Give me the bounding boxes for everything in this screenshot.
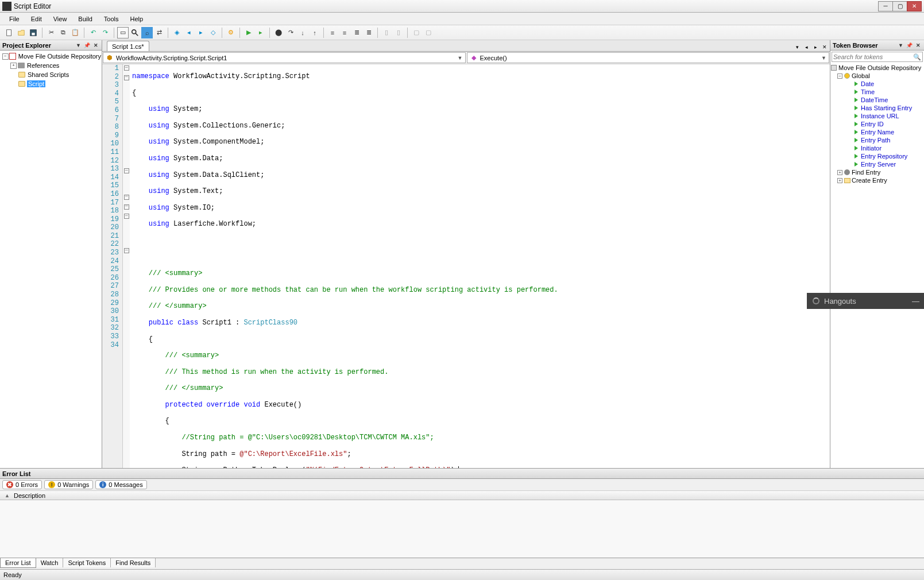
editor-tabbar: Script 1.cs* ▾ ◂ ▸ ✕ (102, 40, 830, 52)
tree-script[interactable]: Script (0, 79, 102, 88)
breakpoint-icon[interactable]: ⬤ (273, 27, 284, 38)
list-icon[interactable]: ≣ (351, 27, 362, 38)
namespace-dropdown[interactable]: ⬢ WorkflowActivity.Scripting.Script.Scri… (103, 52, 466, 63)
find-icon[interactable] (129, 27, 141, 38)
hangouts-minimize-icon[interactable]: — (912, 297, 919, 306)
code-body[interactable]: namespace WorkflowActivity.Scripting.Scr… (130, 64, 830, 468)
replace-icon[interactable]: ⇄ (153, 27, 165, 38)
tree-references[interactable]: + References (0, 61, 102, 70)
panel-pin-icon[interactable]: 📌 (83, 41, 91, 49)
panel-close-icon[interactable]: ✕ (92, 41, 99, 49)
build-icon[interactable]: ⚙ (225, 27, 237, 38)
code-editor[interactable]: 1234567891011121314151617181920212223242… (102, 64, 830, 468)
bookmark-icon[interactable]: ◈ (171, 27, 183, 38)
editor-area: Script 1.cs* ▾ ◂ ▸ ✕ ⬢ WorkflowActivity.… (102, 40, 830, 468)
prev-bookmark-icon[interactable]: ◂ (183, 27, 195, 38)
doc2-icon[interactable]: ▯ (393, 27, 404, 38)
token-entry-path[interactable]: Entry Path (830, 136, 924, 144)
token-tree: Move File Outside Repository − Global Da… (830, 63, 924, 468)
menu-file[interactable]: File (3, 14, 25, 24)
errors-filter[interactable]: ✖0 Errors (2, 480, 42, 489)
close-button[interactable]: ✕ (907, 1, 922, 11)
svg-line-4 (136, 33, 138, 35)
comment-icon[interactable]: ≣ (363, 27, 374, 38)
find-in-files-icon[interactable]: ⌕ (141, 27, 153, 38)
step-into-icon[interactable]: ↓ (297, 27, 308, 38)
token-instance-url[interactable]: Instance URL (830, 112, 924, 120)
menu-build[interactable]: Build (72, 14, 98, 24)
new-icon[interactable] (3, 27, 15, 38)
description-column[interactable]: Description (14, 492, 45, 499)
maximize-button[interactable]: ▢ (892, 1, 907, 11)
token-root[interactable]: Move File Outside Repository (830, 64, 924, 72)
hangouts-label: Hangouts (824, 297, 856, 306)
hangouts-bar[interactable]: Hangouts — (807, 293, 924, 309)
doc1-icon[interactable]: ▯ (381, 27, 392, 38)
token-entry-id[interactable]: Entry ID (830, 120, 924, 128)
panel-dropdown-icon[interactable]: ▼ (897, 41, 904, 49)
class-icon: ⬢ (106, 54, 114, 62)
tab-close-icon[interactable]: ✕ (821, 43, 829, 51)
tree-root[interactable]: − Move File Outside Repository (0, 52, 102, 61)
token-time[interactable]: Time (830, 88, 924, 96)
open-icon[interactable] (16, 27, 27, 38)
cut-icon[interactable]: ✂ (45, 27, 57, 38)
warnings-filter[interactable]: !0 Warnings (44, 480, 93, 489)
token-entry-server[interactable]: Entry Server (830, 160, 924, 168)
token-has-starting-entry[interactable]: Has Starting Entry (830, 104, 924, 112)
tab-next-icon[interactable]: ▸ (811, 43, 819, 51)
line-gutter: 1234567891011121314151617181920212223242… (102, 64, 123, 468)
bottom-tab-find-results[interactable]: Find Results (111, 558, 156, 567)
token-datetime[interactable]: DateTime (830, 96, 924, 104)
next-bookmark-icon[interactable]: ▸ (195, 27, 207, 38)
menu-view[interactable]: View (48, 14, 73, 24)
fold-gutter[interactable]: − − − − − − − (123, 64, 130, 468)
redo-icon[interactable]: ↷ (99, 27, 111, 38)
token-search-input[interactable] (833, 53, 913, 60)
error-list-title: Error List (2, 470, 31, 477)
clear-bookmark-icon[interactable]: ◇ (207, 27, 219, 38)
token-initiator[interactable]: Initiator (830, 144, 924, 152)
snippet2-icon[interactable]: ▢ (423, 27, 434, 38)
token-search[interactable]: 🔍 (832, 52, 923, 62)
indent-icon[interactable]: ≡ (327, 27, 338, 38)
copy-icon[interactable]: ⧉ (57, 27, 69, 38)
search-icon[interactable]: 🔍 (913, 53, 921, 61)
panel-dropdown-icon[interactable]: ▼ (75, 41, 82, 49)
token-date[interactable]: Date (830, 80, 924, 88)
token-create-entry[interactable]: +Create Entry (830, 176, 924, 184)
tab-prev-icon[interactable]: ◂ (802, 43, 810, 51)
panel-close-icon[interactable]: ✕ (914, 41, 922, 49)
find-box-icon[interactable]: ▭ (117, 27, 129, 38)
paste-icon[interactable]: 📋 (69, 27, 81, 38)
menu-tools[interactable]: Tools (98, 14, 125, 24)
expand-icon[interactable]: ▲ (5, 493, 14, 498)
undo-icon[interactable]: ↶ (87, 27, 99, 38)
tab-list-icon[interactable]: ▾ (793, 43, 801, 51)
token-entry-repository[interactable]: Entry Repository (830, 152, 924, 160)
panel-pin-icon[interactable]: 📌 (906, 41, 913, 49)
menu-edit[interactable]: Edit (25, 14, 48, 24)
bottom-tab-error-list[interactable]: Error List (0, 558, 36, 568)
bottom-tab-watch[interactable]: Watch (36, 558, 64, 567)
bottom-tab-script-tokens[interactable]: Script Tokens (63, 558, 111, 567)
step-over-icon[interactable]: ↷ (285, 27, 296, 38)
svg-rect-2 (32, 33, 34, 35)
run-icon[interactable]: ▶ (243, 27, 254, 38)
step-icon[interactable]: ▸ (255, 27, 266, 38)
tree-shared[interactable]: Shared Scripts (0, 70, 102, 79)
editor-tab-script1[interactable]: Script 1.cs* (107, 41, 149, 51)
error-grid (0, 500, 924, 558)
save-icon[interactable] (28, 27, 39, 38)
outdent-icon[interactable]: ≡ (339, 27, 350, 38)
messages-filter[interactable]: i0 Messages (95, 480, 146, 489)
menu-help[interactable]: Help (125, 14, 149, 24)
minimize-button[interactable]: ─ (878, 1, 893, 11)
token-global[interactable]: − Global (830, 72, 924, 80)
step-out-icon[interactable]: ↑ (309, 27, 320, 38)
menubar: File Edit View Build Tools Help (0, 13, 924, 25)
token-entry-name[interactable]: Entry Name (830, 128, 924, 136)
token-find-entry[interactable]: +Find Entry (830, 168, 924, 176)
method-dropdown[interactable]: ◆ Execute() ▼ (467, 52, 830, 63)
snippet1-icon[interactable]: ▢ (411, 27, 422, 38)
